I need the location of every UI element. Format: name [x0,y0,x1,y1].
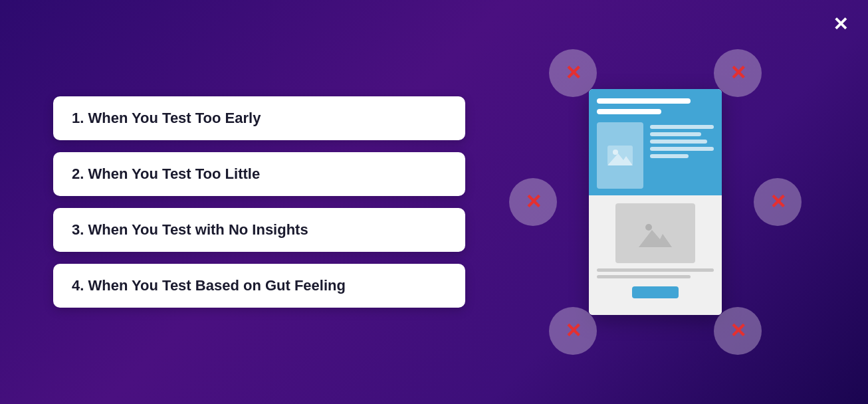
svg-point-1 [613,150,618,155]
close-icon[interactable]: ✕ [833,13,848,35]
mountain-icon-grey [639,219,672,247]
mockup-body-line-2 [597,275,691,278]
x-circle-top-right: ✕ [714,49,762,97]
mockup-text-lines [650,122,714,189]
x-mark-mid-left: ✕ [525,192,542,212]
mockup-text-line-2 [650,132,701,136]
svg-point-3 [645,224,652,231]
x-mark-top-right: ✕ [730,63,746,83]
mockup-title-line-2 [597,109,661,114]
mockup-text-line-1 [650,125,714,129]
x-mark-mid-right: ✕ [770,192,786,212]
list-item-4: 4. When You Test Based on Gut Feeling [53,264,465,308]
x-circle-mid-right: ✕ [754,178,802,226]
list-item-2-text: 2. When You Test Too Little [72,165,260,182]
mockup-header [589,89,722,195]
x-mark-top-left: ✕ [565,63,582,83]
x-circle-bot-right: ✕ [714,307,762,355]
mockup-content-area [597,122,714,189]
list-item-3: 3. When You Test with No Insights [53,208,465,252]
list-item-1: 1. When You Test Too Early [53,96,465,140]
list-item-4-text: 4. When You Test Based on Gut Feeling [72,277,346,294]
mockup-text-line-3 [650,140,707,144]
mockup-body-line-1 [597,268,714,272]
mockup-cta-button [632,286,679,298]
webpage-mockup [589,89,722,315]
mountain-icon [607,146,633,165]
list-item-1-text: 1. When You Test Too Early [72,110,261,126]
list-panel: 1. When You Test Too Early 2. When You T… [53,96,465,308]
mockup-body-lines [597,268,714,278]
mockup-title-line-1 [597,98,691,104]
x-mark-bot-right: ✕ [730,321,746,341]
illustration-panel: ✕ ✕ ✕ ✕ ✕ ✕ [496,29,815,375]
x-circle-mid-left: ✕ [509,178,557,226]
mockup-body [589,195,722,315]
mockup-text-line-5 [650,154,689,158]
x-circle-top-left: ✕ [549,49,597,97]
svg-marker-4 [639,230,672,247]
mockup-text-line-4 [650,147,714,151]
list-item-2: 2. When You Test Too Little [53,152,465,196]
list-item-3-text: 3. When You Test with No Insights [72,221,308,238]
x-circle-bot-left: ✕ [549,307,597,355]
x-mark-bot-left: ✕ [565,321,582,341]
mockup-body-image [615,203,695,263]
mockup-image-placeholder [597,122,643,189]
